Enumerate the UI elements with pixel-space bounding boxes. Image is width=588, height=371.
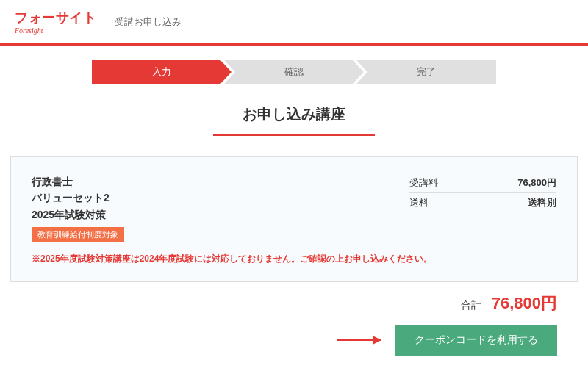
progress-steps: 入力 確認 完了 <box>0 60 588 84</box>
tuition-label: 受講料 <box>409 176 438 190</box>
page-title-label: 受講お申し込み <box>115 15 182 29</box>
total-line: 合計 76,800円 <box>0 282 588 325</box>
shipping-value: 送料別 <box>528 196 556 209</box>
pointer-arrow-icon <box>337 339 381 341</box>
step-complete: 完了 <box>356 60 496 84</box>
course-name-1: 行政書士 <box>32 173 409 190</box>
course-card: 行政書士 バリューセット2 2025年試験対策 教育訓練給付制度対象 受講料 7… <box>10 156 578 282</box>
step-confirm-label: 確認 <box>284 65 304 79</box>
course-name-3: 2025年試験対策 <box>32 206 409 223</box>
course-name-2: バリューセット2 <box>32 190 409 206</box>
tuition-value: 76,800円 <box>517 176 556 190</box>
logo-sub-text: Foresight <box>15 26 43 35</box>
training-benefit-badge: 教育訓練給付制度対象 <box>32 227 124 242</box>
action-row: クーポンコードを利用する <box>0 325 588 367</box>
course-notice: ※2025年度試験対策講座は2024年度試験には対応しておりません。ご確認の上お… <box>32 253 556 265</box>
shipping-row: 送料 送料別 <box>409 193 556 212</box>
step-input-label: 入力 <box>152 65 171 79</box>
total-label: 合計 <box>461 299 481 311</box>
shipping-label: 送料 <box>409 196 429 209</box>
page-header: フォーサイト Foresight 受講お申し込み <box>0 0 588 46</box>
coupon-button[interactable]: クーポンコードを利用する <box>395 325 557 356</box>
title-underline <box>213 134 375 136</box>
price-table: 受講料 76,800円 送料 送料別 <box>409 173 556 212</box>
brand-logo[interactable]: フォーサイト Foresight <box>15 9 96 35</box>
tuition-row: 受講料 76,800円 <box>409 173 556 193</box>
step-confirm: 確認 <box>224 60 364 84</box>
logo-main-text: フォーサイト <box>15 9 96 26</box>
course-info: 行政書士 バリューセット2 2025年試験対策 教育訓練給付制度対象 <box>32 173 409 242</box>
course-top-row: 行政書士 バリューセット2 2025年試験対策 教育訓練給付制度対象 受講料 7… <box>32 173 556 242</box>
section-title: お申し込み講座 <box>0 104 588 124</box>
step-bar: 入力 確認 完了 <box>92 60 496 84</box>
total-value: 76,800円 <box>492 294 557 312</box>
step-complete-label: 完了 <box>417 65 436 79</box>
step-input: 入力 <box>92 60 232 84</box>
